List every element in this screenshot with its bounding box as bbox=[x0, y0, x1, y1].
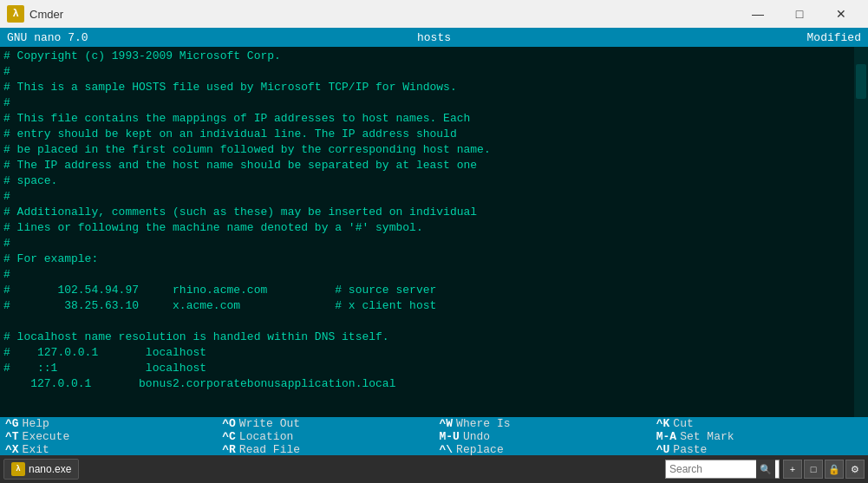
shortcut-label: Read File bbox=[239, 443, 300, 456]
nano-filename: hosts bbox=[291, 31, 576, 44]
app-icon: λ bbox=[7, 5, 24, 23]
shortcut-key: ^G bbox=[5, 417, 19, 430]
window-controls: — □ ✕ bbox=[738, 0, 861, 28]
shortcut-key: ^U bbox=[656, 443, 670, 456]
shortcut-label: Location bbox=[239, 430, 293, 443]
shortcut-label: Cut bbox=[673, 417, 693, 430]
shortcut-label: Help bbox=[23, 417, 49, 430]
taskbar-search[interactable]: 🔍 bbox=[665, 460, 780, 479]
shortcut-item: ^WWhere Is bbox=[434, 417, 651, 430]
editor-content[interactable]: # Copyright (c) 1993-2009 Microsoft Corp… bbox=[0, 47, 854, 417]
shortcut-key: ^W bbox=[440, 417, 454, 430]
taskbar-icons: + □ 🔒 ⚙ bbox=[783, 460, 865, 479]
shortcut-label: Where Is bbox=[456, 417, 510, 430]
scrollbar[interactable] bbox=[854, 47, 868, 417]
shortcut-item: ^KCut bbox=[651, 417, 868, 430]
close-button[interactable]: ✕ bbox=[821, 0, 861, 28]
shortcut-item: ^\ Replace bbox=[434, 443, 651, 456]
shortcut-item: ^XExit bbox=[0, 443, 217, 456]
taskbar-icon-2[interactable]: □ bbox=[804, 460, 823, 479]
title-bar: λ Cmder — □ ✕ bbox=[0, 0, 868, 28]
search-input[interactable] bbox=[669, 463, 756, 475]
scrollbar-thumb[interactable] bbox=[856, 64, 866, 99]
shortcut-item: ^GHelp bbox=[0, 417, 217, 430]
shortcut-key: ^T bbox=[5, 430, 19, 443]
shortcut-label: Paste bbox=[673, 443, 707, 456]
shortcut-item: M-ASet Mark bbox=[651, 430, 868, 443]
nano-footer: ^GHelp^OWrite Out^WWhere Is^KCut^TExecut… bbox=[0, 417, 868, 455]
shortcut-item: ^RRead File bbox=[217, 443, 434, 456]
shortcut-item: ^CLocation bbox=[217, 430, 434, 443]
shortcut-item: ^UPaste bbox=[651, 443, 868, 456]
search-button[interactable]: 🔍 bbox=[756, 460, 775, 479]
window-title: Cmder bbox=[29, 8, 738, 21]
shortcut-key: ^\ bbox=[440, 443, 454, 456]
shortcut-label: Replace bbox=[456, 443, 504, 456]
maximize-button[interactable]: □ bbox=[780, 0, 819, 28]
shortcut-label: Set Mark bbox=[680, 430, 734, 443]
taskbar-app-label: nano.exe bbox=[29, 463, 71, 475]
shortcut-key: ^C bbox=[222, 430, 236, 443]
shortcut-label: Exit bbox=[23, 443, 49, 456]
taskbar-icon-1[interactable]: + bbox=[783, 460, 802, 479]
shortcut-key: M-A bbox=[656, 430, 676, 443]
taskbar-app-icon: λ bbox=[11, 462, 25, 476]
taskbar-icon-4[interactable]: ⚙ bbox=[845, 460, 865, 479]
shortcut-key: ^R bbox=[222, 443, 236, 456]
nano-status: Modified bbox=[577, 31, 861, 44]
shortcut-label: Write Out bbox=[239, 417, 300, 430]
shortcut-key: M-U bbox=[440, 430, 460, 443]
shortcut-key: ^X bbox=[5, 443, 19, 456]
nano-header: GNU nano 7.0 hosts Modified bbox=[0, 28, 868, 47]
editor-wrapper: # Copyright (c) 1993-2009 Microsoft Corp… bbox=[0, 47, 868, 417]
nano-version: GNU nano 7.0 bbox=[7, 31, 291, 44]
taskbar-app[interactable]: λ nano.exe bbox=[3, 459, 79, 480]
shortcut-item: ^TExecute bbox=[0, 430, 217, 443]
taskbar-icon-3[interactable]: 🔒 bbox=[825, 460, 844, 479]
shortcut-key: ^O bbox=[222, 417, 236, 430]
shortcut-item: M-UUndo bbox=[434, 430, 651, 443]
shortcut-label: Undo bbox=[463, 430, 490, 443]
taskbar: λ nano.exe 🔍 + □ 🔒 ⚙ bbox=[0, 455, 868, 483]
shortcut-label: Execute bbox=[23, 430, 70, 443]
minimize-button[interactable]: — bbox=[738, 0, 778, 28]
shortcut-item: ^OWrite Out bbox=[217, 417, 434, 430]
shortcut-key: ^K bbox=[656, 417, 670, 430]
